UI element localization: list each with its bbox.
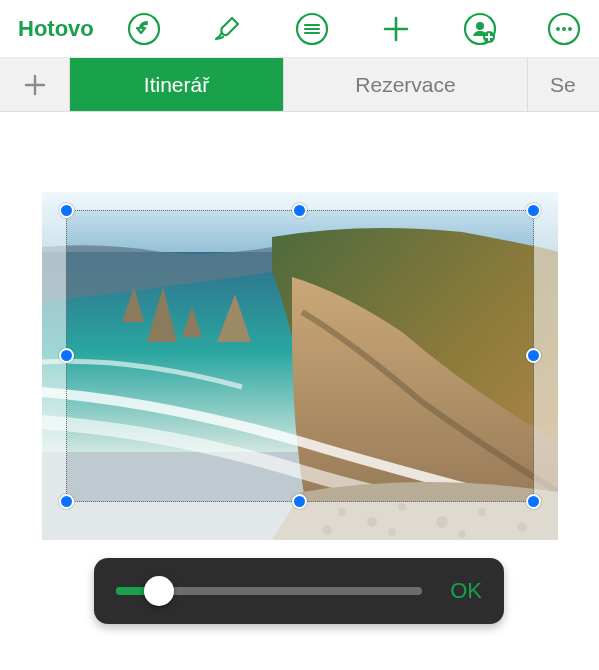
done-button[interactable]: Hotovo — [18, 16, 94, 42]
paintbrush-icon — [211, 12, 245, 46]
filter-sort-button[interactable] — [294, 11, 330, 47]
resize-handle-top-right[interactable] — [526, 203, 541, 218]
resize-handle-middle-left[interactable] — [59, 348, 74, 363]
mask-control-bar: OK — [94, 558, 504, 624]
format-button[interactable] — [210, 11, 246, 47]
top-toolbar: Hotovo — [0, 0, 599, 58]
lines-icon — [295, 12, 329, 46]
add-sheet-button[interactable] — [0, 58, 70, 111]
collaborate-button[interactable] — [462, 11, 498, 47]
resize-handle-bottom-center[interactable] — [292, 494, 307, 509]
selected-image[interactable] — [42, 192, 558, 540]
tab-reservations[interactable]: Rezervace — [283, 58, 528, 111]
resize-handle-top-center[interactable] — [292, 203, 307, 218]
svg-point-13 — [556, 27, 560, 31]
add-people-icon — [463, 12, 497, 46]
undo-button[interactable] — [126, 11, 162, 47]
resize-handle-top-left[interactable] — [59, 203, 74, 218]
crop-selection[interactable] — [66, 210, 534, 502]
canvas-area: OK — [0, 112, 599, 670]
tab-label: Rezervace — [355, 73, 455, 97]
resize-handle-bottom-left[interactable] — [59, 494, 74, 509]
plus-icon — [379, 12, 413, 46]
plus-icon — [22, 72, 48, 98]
resize-handle-middle-right[interactable] — [526, 348, 541, 363]
tab-label: Se — [550, 73, 576, 97]
resize-handle-bottom-right[interactable] — [526, 494, 541, 509]
tab-itinerary[interactable]: Itinerář — [69, 58, 284, 111]
svg-point-8 — [476, 22, 484, 30]
tab-label: Itinerář — [144, 73, 209, 97]
sheet-tab-bar: Itinerář Rezervace Se — [0, 58, 599, 112]
svg-point-14 — [562, 27, 566, 31]
ok-button[interactable]: OK — [450, 578, 482, 604]
insert-button[interactable] — [378, 11, 414, 47]
ellipsis-icon — [547, 12, 581, 46]
tab-overflow[interactable]: Se — [527, 58, 576, 111]
mask-zoom-slider[interactable] — [116, 587, 422, 595]
undo-icon — [127, 12, 161, 46]
slider-knob[interactable] — [144, 576, 174, 606]
toolbar-icons — [126, 11, 585, 47]
more-button[interactable] — [546, 11, 582, 47]
svg-point-15 — [568, 27, 572, 31]
